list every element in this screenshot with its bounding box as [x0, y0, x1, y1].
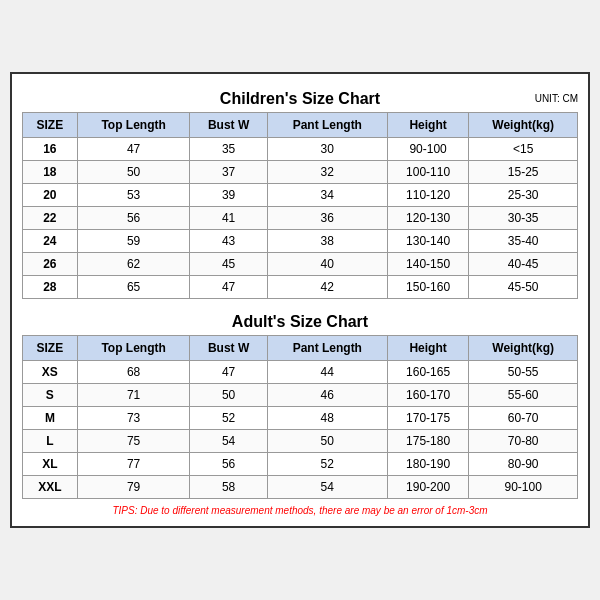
adult-col-header-pant-length: Pant Length [267, 336, 387, 361]
cell-pant-length: 54 [267, 476, 387, 499]
cell-bust-w: 35 [190, 138, 267, 161]
cell-pant-length: 38 [267, 230, 387, 253]
cell-height: 100-110 [387, 161, 468, 184]
cell-height: 170-175 [387, 407, 468, 430]
cell-size: 18 [23, 161, 78, 184]
cell-bust-w: 39 [190, 184, 267, 207]
children-header-row: SIZE Top Length Bust W Pant Length Heigh… [23, 113, 578, 138]
cell-weight: 80-90 [469, 453, 578, 476]
children-table-row: 18 50 37 32 100-110 15-25 [23, 161, 578, 184]
cell-size: XXL [23, 476, 78, 499]
adult-table-row: XXL 79 58 54 190-200 90-100 [23, 476, 578, 499]
adult-title-text: Adult's Size Chart [232, 313, 368, 330]
children-section-title: Children's Size Chart UNIT: CM [22, 84, 578, 112]
cell-bust-w: 37 [190, 161, 267, 184]
cell-size: 20 [23, 184, 78, 207]
cell-weight: 30-35 [469, 207, 578, 230]
cell-bust-w: 52 [190, 407, 267, 430]
col-header-size: SIZE [23, 113, 78, 138]
cell-top-length: 68 [77, 361, 190, 384]
cell-top-length: 62 [77, 253, 190, 276]
cell-weight: 60-70 [469, 407, 578, 430]
cell-bust-w: 47 [190, 276, 267, 299]
cell-weight: 55-60 [469, 384, 578, 407]
cell-top-length: 59 [77, 230, 190, 253]
children-table-row: 20 53 39 34 110-120 25-30 [23, 184, 578, 207]
adult-table-row: L 75 54 50 175-180 70-80 [23, 430, 578, 453]
cell-height: 120-130 [387, 207, 468, 230]
cell-top-length: 73 [77, 407, 190, 430]
cell-size: XS [23, 361, 78, 384]
cell-bust-w: 56 [190, 453, 267, 476]
adult-table-row: XS 68 47 44 160-165 50-55 [23, 361, 578, 384]
cell-top-length: 77 [77, 453, 190, 476]
cell-weight: 35-40 [469, 230, 578, 253]
children-table-row: 28 65 47 42 150-160 45-50 [23, 276, 578, 299]
col-header-top-length: Top Length [77, 113, 190, 138]
adult-table-row: XL 77 56 52 180-190 80-90 [23, 453, 578, 476]
cell-height: 110-120 [387, 184, 468, 207]
tips-text: TIPS: Due to different measurement metho… [22, 505, 578, 516]
cell-weight: 40-45 [469, 253, 578, 276]
cell-height: 90-100 [387, 138, 468, 161]
children-table-row: 24 59 43 38 130-140 35-40 [23, 230, 578, 253]
adult-col-header-size: SIZE [23, 336, 78, 361]
cell-size: L [23, 430, 78, 453]
cell-bust-w: 47 [190, 361, 267, 384]
col-header-pant-length: Pant Length [267, 113, 387, 138]
cell-weight: <15 [469, 138, 578, 161]
unit-label: UNIT: CM [535, 93, 578, 104]
adult-col-header-weight: Weight(kg) [469, 336, 578, 361]
cell-pant-length: 44 [267, 361, 387, 384]
cell-pant-length: 32 [267, 161, 387, 184]
children-table-row: 22 56 41 36 120-130 30-35 [23, 207, 578, 230]
cell-top-length: 56 [77, 207, 190, 230]
adult-col-header-height: Height [387, 336, 468, 361]
cell-top-length: 47 [77, 138, 190, 161]
cell-top-length: 50 [77, 161, 190, 184]
cell-size: 26 [23, 253, 78, 276]
cell-size: XL [23, 453, 78, 476]
cell-pant-length: 42 [267, 276, 387, 299]
cell-bust-w: 50 [190, 384, 267, 407]
children-size-table: SIZE Top Length Bust W Pant Length Heigh… [22, 112, 578, 299]
cell-pant-length: 46 [267, 384, 387, 407]
cell-weight: 15-25 [469, 161, 578, 184]
col-header-weight: Weight(kg) [469, 113, 578, 138]
cell-weight: 50-55 [469, 361, 578, 384]
adult-header-row: SIZE Top Length Bust W Pant Length Heigh… [23, 336, 578, 361]
cell-weight: 90-100 [469, 476, 578, 499]
cell-pant-length: 34 [267, 184, 387, 207]
children-title-text: Children's Size Chart [220, 90, 380, 107]
col-header-height: Height [387, 113, 468, 138]
chart-container: Children's Size Chart UNIT: CM SIZE Top … [10, 72, 590, 528]
cell-bust-w: 45 [190, 253, 267, 276]
cell-top-length: 75 [77, 430, 190, 453]
cell-bust-w: 54 [190, 430, 267, 453]
cell-height: 160-170 [387, 384, 468, 407]
cell-size: S [23, 384, 78, 407]
cell-size: M [23, 407, 78, 430]
cell-height: 160-165 [387, 361, 468, 384]
adult-col-header-bust-w: Bust W [190, 336, 267, 361]
cell-height: 140-150 [387, 253, 468, 276]
cell-pant-length: 40 [267, 253, 387, 276]
adult-section-title: Adult's Size Chart [22, 307, 578, 335]
cell-height: 130-140 [387, 230, 468, 253]
cell-size: 24 [23, 230, 78, 253]
cell-height: 175-180 [387, 430, 468, 453]
cell-height: 180-190 [387, 453, 468, 476]
cell-bust-w: 58 [190, 476, 267, 499]
adult-col-header-top-length: Top Length [77, 336, 190, 361]
cell-top-length: 71 [77, 384, 190, 407]
adult-table-row: M 73 52 48 170-175 60-70 [23, 407, 578, 430]
cell-pant-length: 30 [267, 138, 387, 161]
adult-table-row: S 71 50 46 160-170 55-60 [23, 384, 578, 407]
cell-pant-length: 36 [267, 207, 387, 230]
cell-pant-length: 48 [267, 407, 387, 430]
cell-weight: 70-80 [469, 430, 578, 453]
adult-size-table: SIZE Top Length Bust W Pant Length Heigh… [22, 335, 578, 499]
cell-bust-w: 43 [190, 230, 267, 253]
cell-pant-length: 52 [267, 453, 387, 476]
cell-size: 28 [23, 276, 78, 299]
